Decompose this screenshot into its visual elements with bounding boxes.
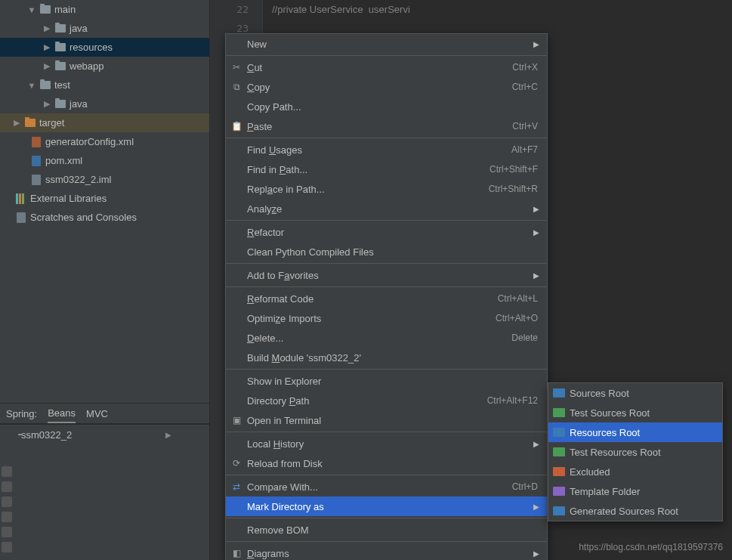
chevron-right-icon: ▶ bbox=[12, 118, 21, 128]
folder-icon bbox=[40, 5, 51, 14]
menu-show-explorer[interactable]: Show in Explorer bbox=[226, 371, 547, 391]
tool-icon[interactable] bbox=[2, 481, 12, 492]
menu-separator bbox=[226, 220, 547, 221]
menu-copy[interactable]: ⧉CopyCtrl+C bbox=[226, 77, 547, 97]
resources-root-icon bbox=[553, 428, 565, 437]
menu-remove-bom[interactable]: Remove BOM bbox=[226, 520, 547, 540]
chevron-right-icon: ▶ bbox=[42, 42, 51, 52]
chevron-right-icon: ▶ bbox=[42, 23, 51, 33]
submenu-generated-sources-root[interactable]: Generated Sources Root bbox=[548, 501, 722, 521]
folder-icon bbox=[40, 81, 51, 89]
excluded-icon bbox=[553, 467, 565, 476]
spring-toolbar: Spring: Beans MVC bbox=[0, 403, 209, 424]
menu-add-favorites[interactable]: Add to Favorites▶ bbox=[226, 265, 547, 285]
submenu-template-folder[interactable]: Template Folder bbox=[548, 481, 722, 501]
left-tool-gutter bbox=[0, 425, 14, 560]
menu-separator bbox=[226, 369, 547, 370]
tree-item-iml[interactable]: ssm0322_2.iml bbox=[0, 170, 209, 189]
tree-item-target[interactable]: ▶target bbox=[0, 113, 209, 132]
tab-mvc[interactable]: MVC bbox=[86, 405, 108, 422]
submenu-excluded[interactable]: Excluded bbox=[548, 462, 722, 481]
tree-item-test[interactable]: ▼test bbox=[0, 76, 209, 94]
maven-file-icon bbox=[32, 156, 41, 166]
tree-item-pom[interactable]: pom.xml bbox=[0, 151, 209, 170]
menu-find-in-path[interactable]: Find in Path...Ctrl+Shift+F bbox=[226, 159, 547, 179]
diagram-icon: ◧ bbox=[230, 547, 242, 559]
menu-optimize[interactable]: Optimize ImportsCtrl+Alt+O bbox=[226, 308, 547, 328]
menu-new[interactable]: New▶ bbox=[226, 34, 547, 54]
tool-icon[interactable] bbox=[2, 497, 12, 507]
test-resources-root-icon bbox=[553, 447, 565, 456]
menu-reformat[interactable]: Reformat CodeCtrl+Alt+L bbox=[226, 289, 547, 308]
menu-separator bbox=[226, 475, 547, 475]
menu-refactor[interactable]: Refactor▶ bbox=[226, 222, 547, 242]
spring-project-node[interactable]: ssm0322_2 ▶ bbox=[18, 429, 171, 441]
tree-item-main[interactable]: ▼main bbox=[0, 0, 209, 19]
test-sources-root-icon bbox=[553, 408, 565, 417]
tree-item-external-libraries[interactable]: External Libraries bbox=[0, 189, 209, 208]
menu-diagrams[interactable]: ◧Diagrams▶ bbox=[226, 543, 547, 560]
line-number: 22 bbox=[210, 0, 262, 19]
copy-icon: ⧉ bbox=[230, 81, 242, 93]
folder-icon bbox=[25, 119, 36, 127]
tool-icon[interactable] bbox=[2, 466, 12, 477]
menu-reload-disk[interactable]: ⟳Reload from Disk bbox=[226, 453, 547, 473]
paste-icon: 📋 bbox=[230, 120, 242, 132]
folder-icon bbox=[55, 24, 66, 32]
generated-sources-root-icon bbox=[553, 506, 565, 515]
menu-analyze[interactable]: Analyze▶ bbox=[226, 199, 547, 218]
menu-open-terminal[interactable]: ▣Open in Terminal bbox=[226, 410, 547, 430]
spring-label: Spring: bbox=[6, 408, 37, 419]
chevron-right-icon: ▶ bbox=[533, 228, 539, 237]
tab-beans[interactable]: Beans bbox=[48, 404, 76, 423]
submenu-test-sources-root[interactable]: Test Sources Root bbox=[548, 403, 722, 422]
menu-copy-path[interactable]: Copy Path... bbox=[226, 97, 547, 116]
mark-directory-submenu: Sources Root Test Sources Root Resources… bbox=[548, 382, 723, 521]
tool-icon[interactable] bbox=[2, 512, 12, 522]
chevron-down-icon: ▼ bbox=[27, 5, 36, 14]
menu-mark-directory[interactable]: Mark Directory as▶ bbox=[226, 497, 547, 516]
library-icon bbox=[16, 193, 26, 204]
submenu-sources-root[interactable]: Sources Root bbox=[548, 383, 722, 403]
tree-item-java[interactable]: ▶java bbox=[0, 19, 209, 38]
tree-item-scratches[interactable]: Scratches and Consoles bbox=[0, 208, 209, 227]
menu-build-module[interactable]: Build Module 'ssm0322_2' bbox=[226, 348, 547, 367]
tree-item-generator-config[interactable]: generatorConfig.xml bbox=[0, 132, 209, 151]
tree-item-resources[interactable]: ▶resources bbox=[0, 38, 209, 57]
chevron-right-icon: ▶ bbox=[42, 61, 51, 71]
menu-cut[interactable]: ✂CutCtrl+X bbox=[226, 57, 547, 77]
tree-item-webapp[interactable]: ▶webapp bbox=[0, 57, 209, 76]
chevron-right-icon: ▶ bbox=[533, 205, 539, 213]
menu-compare-with[interactable]: ⇄Compare With...Ctrl+D bbox=[226, 477, 547, 497]
sources-root-icon bbox=[553, 388, 565, 398]
menu-paste[interactable]: 📋PasteCtrl+V bbox=[226, 116, 547, 136]
menu-directory-path[interactable]: Directory PathCtrl+Alt+F12 bbox=[226, 391, 547, 410]
chevron-right-icon: ▶ bbox=[533, 271, 539, 280]
xml-file-icon bbox=[32, 137, 41, 147]
menu-clean-python[interactable]: Clean Python Compiled Files bbox=[226, 242, 547, 261]
project-tree[interactable]: ▼main ▶java ▶resources ▶webapp ▼test ▶ja… bbox=[0, 0, 209, 403]
menu-local-history[interactable]: Local History▶ bbox=[226, 434, 547, 453]
menu-separator bbox=[226, 518, 547, 518]
menu-find-usages[interactable]: Find UsagesAlt+F7 bbox=[226, 140, 547, 159]
chevron-right-icon: ▶ bbox=[533, 440, 539, 448]
scratches-icon bbox=[17, 212, 26, 223]
chevron-right-icon: ▶ bbox=[533, 40, 539, 48]
menu-separator bbox=[226, 138, 547, 138]
chevron-right-icon: ▶ bbox=[165, 431, 171, 439]
template-folder-icon bbox=[553, 487, 565, 496]
menu-separator bbox=[226, 286, 547, 287]
iml-file-icon bbox=[32, 175, 41, 185]
tree-item-java2[interactable]: ▶java bbox=[0, 94, 209, 113]
menu-separator bbox=[226, 541, 547, 542]
tool-icon[interactable] bbox=[2, 542, 12, 552]
folder-icon bbox=[55, 43, 66, 51]
submenu-resources-root[interactable]: Resources Root bbox=[548, 422, 722, 442]
menu-delete[interactable]: Delete...Delete bbox=[226, 328, 547, 348]
submenu-test-resources-root[interactable]: Test Resources Root bbox=[548, 442, 722, 462]
context-menu: New▶ ✂CutCtrl+X ⧉CopyCtrl+C Copy Path...… bbox=[225, 33, 548, 560]
menu-separator bbox=[226, 432, 547, 432]
tool-icon[interactable] bbox=[2, 527, 12, 537]
menu-replace-in-path[interactable]: Replace in Path...Ctrl+Shift+R bbox=[226, 179, 547, 199]
folder-icon bbox=[55, 100, 66, 108]
